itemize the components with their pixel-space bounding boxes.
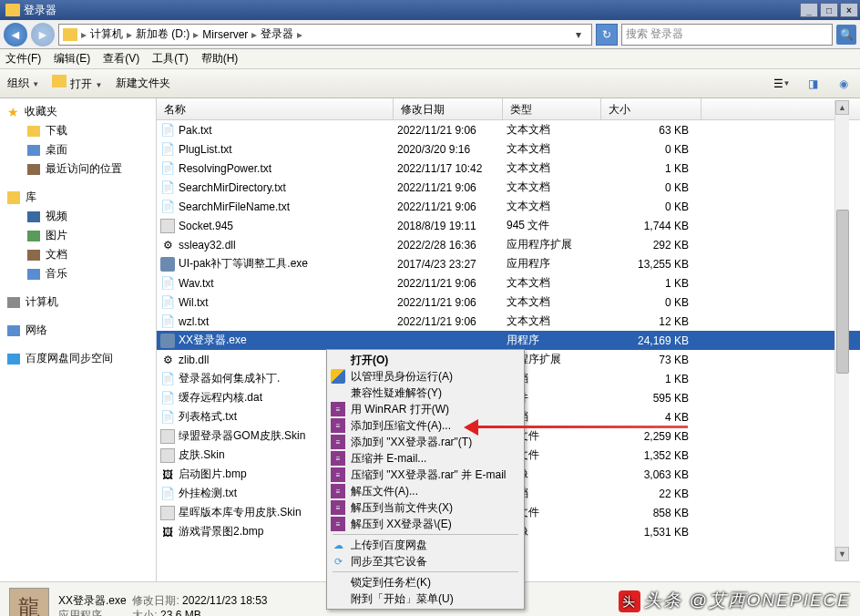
file-name: PlugList.txt — [179, 143, 397, 156]
sidebar-desktop[interactable]: 桌面 — [0, 140, 156, 159]
breadcrumb-dropdown[interactable]: ▾ — [569, 28, 588, 41]
preview-pane-button[interactable]: ◨ — [804, 76, 822, 92]
menu-view[interactable]: 查看(V) — [103, 51, 139, 67]
file-size: 1,744 KB — [605, 220, 696, 232]
navigation-sidebar: ★收藏夹 下载 桌面 最近访问的位置 库 视频 图片 文档 音乐 计算机 网络 … — [0, 98, 157, 581]
document-icon — [27, 250, 40, 261]
file-date: 2022/2/28 16:36 — [397, 239, 507, 252]
breadcrumb-dir2[interactable]: 登录器 — [261, 26, 293, 42]
cm-compress-rar-email[interactable]: 压缩到 "XX登录器.rar" 并 E-mail — [329, 467, 522, 483]
refresh-button[interactable]: ↻ — [596, 24, 618, 46]
vertical-scrollbar[interactable]: ▲ ▼ — [834, 100, 849, 561]
sidebar-libraries[interactable]: 库 — [0, 188, 156, 207]
file-row[interactable]: UI-pak补丁等调整工具.exe2017/4/23 23:27应用程序13,2… — [157, 254, 860, 273]
sidebar-favorites[interactable]: ★收藏夹 — [0, 102, 156, 121]
menu-tools[interactable]: 工具(T) — [152, 51, 188, 67]
file-date: 2017/4/23 23:27 — [397, 258, 507, 271]
menu-file[interactable]: 文件(F) — [5, 51, 41, 67]
column-date[interactable]: 修改日期 — [394, 98, 503, 119]
file-row[interactable]: Wil.txt2022/11/21 9:06文本文档0 KB — [157, 293, 860, 312]
cm-extract[interactable]: 解压文件(A)... — [329, 483, 522, 499]
sidebar-video[interactable]: 视频 — [0, 207, 156, 226]
cm-add-to-rar[interactable]: 添加到 "XX登录器.rar"(T) — [329, 434, 522, 450]
help-icon[interactable]: ◉ — [834, 76, 853, 92]
file-row[interactable]: ssleay32.dll2022/2/28 16:36应用程序扩展292 KB — [157, 235, 860, 254]
file-size: 0 KB — [605, 200, 696, 213]
file-icon — [160, 276, 175, 291]
scroll-down-button[interactable]: ▼ — [835, 547, 849, 561]
search-input[interactable]: 搜索 登录器 — [621, 24, 833, 46]
rar-icon — [331, 467, 345, 482]
address-breadcrumb[interactable]: ▸ 计算机 ▸ 新加卷 (D:) ▸ Mirserver ▸ 登录器 ▸ ▾ — [58, 24, 592, 46]
file-date: 2022/11/21 9:06 — [397, 296, 507, 309]
file-row[interactable]: SearchMirFileName.txt2022/11/21 9:06文本文档… — [157, 197, 860, 216]
file-icon — [160, 429, 175, 444]
window-titlebar: 登录器 _ □ × — [0, 0, 860, 20]
cloud-icon — [331, 538, 345, 552]
sidebar-recent[interactable]: 最近访问的位置 — [0, 159, 156, 179]
menu-help[interactable]: 帮助(H) — [201, 51, 239, 67]
file-size: 858 KB — [605, 507, 696, 519]
file-row[interactable]: ResolvingPower.txt2022/11/17 10:42文本文档1 … — [157, 159, 860, 178]
cm-pin-taskbar[interactable]: 锁定到任务栏(K) — [329, 574, 522, 590]
cm-sync-other[interactable]: 同步至其它设备 — [329, 553, 522, 570]
breadcrumb-dir1[interactable]: Mirserver — [202, 28, 248, 41]
sidebar-computer[interactable]: 计算机 — [0, 293, 156, 312]
file-icon — [160, 334, 175, 348]
column-type[interactable]: 类型 — [503, 98, 601, 119]
toolbar-organize[interactable]: 组织 ▼ — [7, 76, 39, 91]
file-icon — [160, 487, 175, 501]
cm-extract-here[interactable]: 解压到当前文件夹(X) — [329, 499, 522, 516]
file-row[interactable]: Pak.txt2022/11/21 9:06文本文档63 KB — [157, 120, 860, 139]
file-row[interactable]: wzl.txt2022/11/21 9:06文本文档12 KB — [157, 312, 860, 331]
toolbar-new-folder[interactable]: 新建文件夹 — [116, 76, 170, 91]
file-row[interactable]: XX登录器.exe用程序24,169 KB — [157, 331, 860, 350]
search-icon[interactable]: 🔍 — [836, 25, 856, 45]
file-name: Socket.945 — [179, 220, 397, 232]
cm-pin-start[interactable]: 附到「开始」菜单(U) — [329, 590, 522, 607]
back-button[interactable]: ◄ — [4, 23, 27, 46]
file-row[interactable]: Wav.txt2022/11/21 9:06文本文档1 KB — [157, 273, 860, 293]
sidebar-music[interactable]: 音乐 — [0, 264, 156, 283]
rar-icon — [331, 402, 345, 416]
close-button[interactable]: × — [840, 3, 858, 17]
file-row[interactable]: PlugList.txt2020/3/20 9:16文本文档0 KB — [157, 139, 860, 159]
minimize-button[interactable]: _ — [800, 3, 818, 17]
file-date: 2018/8/19 19:11 — [397, 220, 507, 232]
file-row[interactable]: SearchMirDirectory.txt2022/11/21 9:06文本文… — [157, 178, 860, 197]
cm-extract-to[interactable]: 解压到 XX登录器\(E) — [329, 516, 522, 532]
cm-runas[interactable]: 以管理员身份运行(A) — [329, 368, 522, 385]
maximize-button[interactable]: □ — [820, 3, 838, 17]
column-size[interactable]: 大小 — [601, 98, 701, 119]
column-name[interactable]: 名称 — [157, 98, 394, 119]
view-mode-button[interactable]: ☰ ▼ — [773, 76, 791, 92]
cm-open[interactable]: 打开(O) — [329, 352, 522, 368]
file-row[interactable]: Socket.9452018/8/19 19:11945 文件1,744 KB — [157, 216, 860, 235]
sidebar-pictures[interactable]: 图片 — [0, 226, 156, 245]
file-size: 73 KB — [605, 354, 696, 366]
file-icon — [160, 314, 175, 329]
toolbar-open[interactable]: 打开 ▼ — [52, 75, 102, 92]
breadcrumb-drive[interactable]: 新加卷 (D:) — [136, 26, 189, 42]
status-filetype: 应用程序 — [58, 609, 102, 617]
cm-compress-email[interactable]: 压缩并 E-mail... — [329, 450, 522, 467]
file-icon — [160, 123, 175, 138]
cm-winrar-open[interactable]: 用 WinRAR 打开(W) — [329, 401, 522, 417]
sidebar-baidu[interactable]: 百度网盘同步空间 — [0, 349, 156, 368]
scroll-thumb[interactable] — [836, 210, 849, 374]
scroll-up-button[interactable]: ▲ — [835, 100, 849, 115]
forward-button[interactable]: ► — [31, 23, 55, 46]
file-type: 文本文档 — [507, 122, 605, 138]
cm-upload-baidu[interactable]: 上传到百度网盘 — [329, 537, 522, 553]
cm-troubleshoot[interactable]: 兼容性疑难解答(Y) — [329, 385, 522, 401]
sidebar-network[interactable]: 网络 — [0, 321, 156, 340]
desktop-icon — [27, 145, 40, 156]
watermark: 头头条 @艾西ONEPIECE — [619, 589, 851, 612]
cm-add-archive[interactable]: 添加到压缩文件(A)... — [329, 417, 522, 434]
menu-edit[interactable]: 编辑(E) — [54, 51, 90, 67]
sidebar-documents[interactable]: 文档 — [0, 245, 156, 264]
file-size: 1,531 KB — [605, 526, 696, 539]
sync-icon — [331, 554, 345, 569]
breadcrumb-root[interactable]: 计算机 — [90, 26, 123, 42]
sidebar-downloads[interactable]: 下载 — [0, 121, 156, 140]
